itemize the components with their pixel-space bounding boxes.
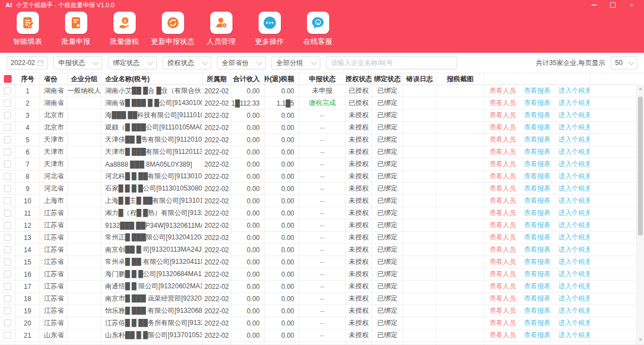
view-report-link[interactable]: 查看报表: [524, 208, 551, 218]
view-report-link[interactable]: 查看报表: [524, 294, 551, 303]
enter-tax-system-link[interactable]: 进入个税系统: [558, 208, 590, 218]
row-checkbox[interactable]: [4, 197, 11, 204]
view-report-link[interactable]: 查看报表: [524, 159, 551, 169]
row-checkbox[interactable]: [4, 319, 11, 327]
row-checkbox[interactable]: [4, 173, 11, 180]
row-checkbox[interactable]: [4, 234, 11, 241]
enter-tax-system-link[interactable]: 进入个税系统: [558, 196, 590, 206]
row-checkbox[interactable]: [4, 161, 11, 168]
row-checkbox[interactable]: [4, 258, 11, 266]
view-people-link[interactable]: 查看人员: [489, 245, 516, 254]
view-people-link[interactable]: 查看人员: [489, 331, 516, 340]
view-report-link[interactable]: 查看报表: [524, 245, 551, 254]
batch-pay-tax-button[interactable]: ¥ 批量缴税: [100, 12, 148, 53]
view-people-link[interactable]: 查看人员: [489, 306, 516, 316]
enter-tax-system-link[interactable]: 进入个税系统: [558, 245, 590, 254]
page-size-select[interactable]: 50: [611, 56, 637, 69]
enter-tax-system-link[interactable]: 进入个税系统: [558, 331, 590, 340]
view-people-link[interactable]: 查看人员: [489, 147, 516, 157]
close-button[interactable]: ×: [628, 2, 635, 8]
row-checkbox[interactable]: [4, 209, 11, 217]
vertical-scroll-thumb[interactable]: [638, 97, 643, 236]
view-report-link[interactable]: 查看报表: [524, 269, 551, 279]
row-checkbox[interactable]: [4, 307, 11, 314]
view-report-link[interactable]: 查看报表: [524, 135, 551, 144]
enter-tax-system-link[interactable]: 进入个税系统: [558, 111, 590, 120]
bind-status-dropdown[interactable]: 绑定状态: [108, 56, 157, 69]
scroll-up-arrow-icon[interactable]: ▲: [637, 86, 644, 92]
view-people-link[interactable]: 查看人员: [489, 318, 516, 328]
enter-tax-system-link[interactable]: 进入个税系统: [558, 257, 590, 267]
auth-status-dropdown[interactable]: 授权状态: [162, 56, 211, 69]
enter-tax-system-link[interactable]: 进入个税系统: [558, 147, 590, 157]
scroll-down-arrow-icon[interactable]: ▼: [637, 337, 644, 343]
view-people-link[interactable]: 查看人员: [489, 257, 516, 267]
view-people-link[interactable]: 查看人员: [489, 159, 516, 169]
period-picker[interactable]: 2022-02: [7, 56, 48, 69]
maximize-button[interactable]: [610, 2, 616, 8]
smart-form-button[interactable]: 智能填表: [3, 12, 52, 53]
view-people-link[interactable]: 查看人员: [489, 86, 516, 96]
view-people-link[interactable]: 查看人员: [489, 269, 516, 279]
view-report-link[interactable]: 查看报表: [524, 86, 551, 96]
view-report-link[interactable]: 查看报表: [524, 331, 551, 340]
company-search-input[interactable]: 请输入企业名称/税号: [326, 56, 457, 69]
declare-status-dropdown[interactable]: 申报状态: [53, 56, 102, 69]
view-people-link[interactable]: 查看人员: [489, 135, 516, 144]
view-people-link[interactable]: 查看人员: [489, 111, 516, 120]
view-report-link[interactable]: 查看报表: [524, 233, 551, 242]
staff-manage-button[interactable]: 人员管理: [197, 12, 245, 53]
row-checkbox[interactable]: [4, 295, 11, 302]
enter-tax-system-link[interactable]: 进入个税系统: [558, 159, 590, 169]
row-checkbox[interactable]: [4, 99, 11, 107]
enter-tax-system-link[interactable]: 进入个税系统: [558, 318, 590, 328]
row-checkbox[interactable]: [4, 87, 11, 94]
vertical-scrollbar[interactable]: ▲ ▼: [636, 84, 644, 344]
enter-tax-system-link[interactable]: 进入个税系统: [558, 233, 590, 242]
province-dropdown[interactable]: 全部省份: [217, 56, 266, 69]
row-checkbox[interactable]: [4, 112, 11, 119]
select-all-checkbox[interactable]: [4, 75, 12, 83]
enter-tax-system-link[interactable]: 进入个税系统: [558, 123, 590, 132]
view-people-link[interactable]: 查看人员: [489, 221, 516, 230]
view-report-link[interactable]: 查看报表: [524, 306, 551, 316]
row-checkbox[interactable]: [4, 222, 11, 229]
view-people-link[interactable]: 查看人员: [489, 282, 516, 291]
batch-declare-button[interactable]: 批量申报: [52, 12, 100, 53]
view-report-link[interactable]: 查看报表: [524, 318, 551, 328]
view-report-link[interactable]: 查看报表: [524, 147, 551, 157]
group-dropdown[interactable]: 全部分组: [271, 56, 320, 69]
view-people-link[interactable]: 查看人员: [489, 172, 516, 181]
enter-tax-system-link[interactable]: 进入个税系统: [558, 184, 590, 193]
view-people-link[interactable]: 查看人员: [489, 98, 516, 108]
online-service-button[interactable]: 在线客服: [294, 12, 342, 53]
row-checkbox[interactable]: [4, 185, 11, 192]
view-people-link[interactable]: 查看人员: [489, 184, 516, 193]
row-checkbox[interactable]: [4, 148, 11, 156]
view-people-link[interactable]: 查看人员: [489, 196, 516, 206]
view-people-link[interactable]: 查看人员: [489, 123, 516, 132]
row-checkbox[interactable]: [4, 124, 11, 131]
enter-tax-system-link[interactable]: 进入个税系统: [558, 294, 590, 303]
view-report-link[interactable]: 查看报表: [524, 123, 551, 132]
enter-tax-system-link[interactable]: 进入个税系统: [558, 282, 590, 291]
enter-tax-system-link[interactable]: 进入个税系统: [558, 172, 590, 181]
enter-tax-system-link[interactable]: 进入个税系统: [558, 221, 590, 230]
view-people-link[interactable]: 查看人员: [489, 233, 516, 242]
view-report-link[interactable]: 查看报表: [524, 184, 551, 193]
view-report-link[interactable]: 查看报表: [524, 111, 551, 120]
row-checkbox[interactable]: [4, 271, 11, 278]
view-report-link[interactable]: 查看报表: [524, 282, 551, 291]
view-people-link[interactable]: 查看人员: [489, 208, 516, 218]
enter-tax-system-link[interactable]: 进入个税系统: [558, 306, 590, 316]
row-checkbox[interactable]: [4, 283, 11, 290]
view-people-link[interactable]: 查看人员: [489, 294, 516, 303]
more-actions-button[interactable]: 更多操作: [245, 12, 294, 53]
row-checkbox[interactable]: [4, 246, 11, 253]
minimize-button[interactable]: [591, 2, 597, 8]
view-report-link[interactable]: 查看报表: [524, 98, 551, 108]
view-report-link[interactable]: 查看报表: [524, 196, 551, 206]
refresh-status-button[interactable]: 更新申报状态: [148, 12, 197, 53]
enter-tax-system-link[interactable]: 进入个税系统: [558, 269, 590, 279]
view-report-link[interactable]: 查看报表: [524, 221, 551, 230]
